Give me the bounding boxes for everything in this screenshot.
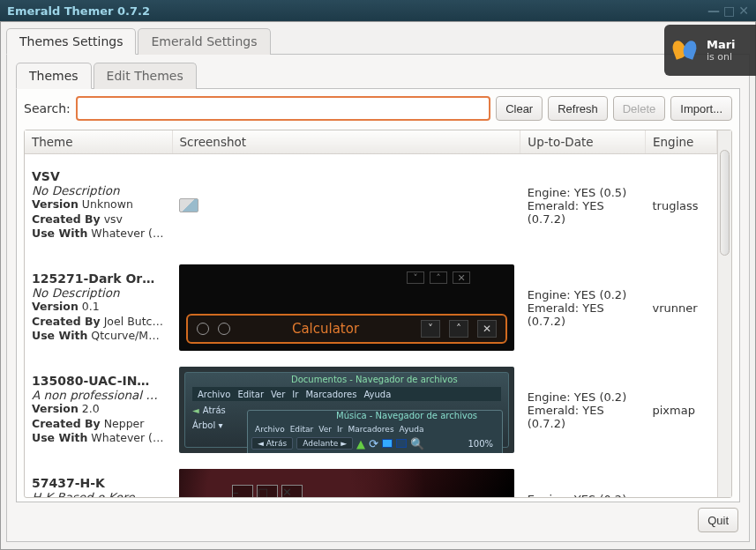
engine-cell: pixmap xyxy=(645,359,716,461)
table-row[interactable]: VSV No Description Version Unknown Creat… xyxy=(25,154,717,257)
col-header-engine[interactable]: Engine xyxy=(645,130,716,154)
preview-title: Documentos - Navegador de archivos xyxy=(291,375,458,384)
titlebar: Emerald Themer 0.7.2 — □ ✕ xyxy=(0,0,756,21)
vertical-scrollbar[interactable] xyxy=(717,130,731,497)
col-header-uptodate[interactable]: Up-to-Date xyxy=(520,130,646,154)
uptodate-cell: Engine: YES (0.2) Emerald: YES (0.7.2) xyxy=(520,359,646,461)
notification-text: Mari is onl xyxy=(707,38,736,63)
window-body: Themes Settings Emerald Settings Themes … xyxy=(0,21,756,550)
search-label: Search: xyxy=(24,101,71,115)
window-preview-icon: ✕ xyxy=(281,485,303,497)
window-preview-icon: – xyxy=(232,485,253,497)
theme-meta: Version Unknown Created By vsv Use With … xyxy=(32,197,165,242)
butterfly-icon xyxy=(670,35,700,65)
table-row[interactable]: 57437-H-K H-K Based o Kore Version 0.1 C… xyxy=(25,461,717,497)
inner-tabs: Themes Edit Themes xyxy=(16,62,740,89)
missing-image-icon xyxy=(179,198,198,212)
themes-table: Theme Screenshot Up-to-Date Engine VSV N… xyxy=(24,130,732,498)
tab-emerald-settings[interactable]: Emerald Settings xyxy=(138,28,270,55)
min-icon: ˅ xyxy=(407,271,424,284)
uptodate-cell: Engine: YES (0.2) Emerald: YES (0.7.2) xyxy=(520,256,646,359)
close-icon: ✕ xyxy=(477,320,497,338)
theme-meta: Version 2.0 Created By Nepper Use With W… xyxy=(32,402,165,447)
app-icon xyxy=(197,323,209,335)
theme-name: 57437-H-K xyxy=(32,476,165,490)
clear-button[interactable]: Clear xyxy=(496,96,543,121)
delete-button: Delete xyxy=(613,96,666,121)
min-icon: ˅ xyxy=(421,320,440,338)
col-header-theme[interactable]: Theme xyxy=(25,130,172,154)
refresh-button[interactable]: Refresh xyxy=(548,96,608,121)
tab-themes[interactable]: Themes xyxy=(16,63,92,89)
max-icon: ˄ xyxy=(430,271,447,284)
col-header-screenshot[interactable]: Screenshot xyxy=(172,130,520,154)
close-icon: ✕ xyxy=(453,271,470,284)
screenshot-preview: – □ ✕ – □ ✕ xyxy=(179,468,514,497)
theme-desc: No Description xyxy=(32,183,165,197)
theme-name: 135080-UAC-IN… xyxy=(32,374,165,388)
engine-cell: truglass xyxy=(645,154,716,257)
table-row[interactable]: 135080-UAC-IN… A non professional Sk… Ve… xyxy=(25,359,717,461)
zoom-percent: 100% xyxy=(468,439,498,449)
scroll-thumb[interactable] xyxy=(720,150,730,256)
inner-panel: Search: Clear Refresh Delete Import... T… xyxy=(16,89,740,502)
close-icon[interactable]: ✕ xyxy=(738,4,749,18)
theme-meta: Version 0.1 Created By Joel Butcher Use … xyxy=(32,300,165,345)
table-row[interactable]: 125271-Dark Or… No Description Version 0… xyxy=(25,256,717,359)
preview-title: Música - Navegador de archivos xyxy=(336,411,477,420)
uptodate-cell: Engine: YES (0.2) Emerald: YES (0.2.1) xyxy=(520,461,646,497)
theme-name: VSV xyxy=(32,169,165,183)
window-controls: — □ ✕ xyxy=(707,4,749,18)
import-button[interactable]: Import... xyxy=(670,96,732,121)
tab-edit-themes[interactable]: Edit Themes xyxy=(94,63,197,89)
quit-button[interactable]: Quit xyxy=(698,508,738,532)
theme-desc: H-K Based o Kore xyxy=(32,490,165,497)
preview-title: Calculator xyxy=(239,321,412,337)
uptodate-cell: Engine: YES (0.5) Emerald: YES (0.7.2) xyxy=(520,154,646,257)
maximize-icon[interactable]: □ xyxy=(723,4,735,18)
screenshot-preview xyxy=(179,161,514,249)
main-tab-panel: Themes Edit Themes Search: Clear Refresh… xyxy=(6,55,750,542)
folder-icon xyxy=(382,439,393,448)
search-row: Search: Clear Refresh Delete Import... xyxy=(24,96,732,121)
engine-cell: pixmap xyxy=(645,461,716,497)
screenshot-preview: Documentos - Navegador de archivos Archi… xyxy=(179,366,514,454)
theme-name: 125271-Dark Or… xyxy=(32,271,165,286)
search-input[interactable] xyxy=(76,96,490,121)
window-preview-icon: □ xyxy=(257,485,278,497)
tab-themes-settings[interactable]: Themes Settings xyxy=(6,28,136,55)
minimize-icon[interactable]: — xyxy=(707,4,720,18)
app-icon xyxy=(218,323,230,335)
screenshot-preview: ˅ ˄ ✕ Calculator ˅ xyxy=(179,264,514,352)
main-tabs: Themes Settings Emerald Settings xyxy=(6,27,750,55)
monitor-icon xyxy=(396,439,407,448)
tree-label: Árbol ▾ xyxy=(192,420,222,430)
engine-cell: vrunner xyxy=(645,256,716,359)
theme-desc: A non professional Sk… xyxy=(32,388,165,402)
max-icon: ˄ xyxy=(449,320,468,338)
footer: Quit xyxy=(16,502,740,532)
window-title: Emerald Themer 0.7.2 xyxy=(7,4,150,18)
theme-desc: No Description xyxy=(32,286,165,300)
notification-popup[interactable]: Mari is onl xyxy=(664,25,756,76)
